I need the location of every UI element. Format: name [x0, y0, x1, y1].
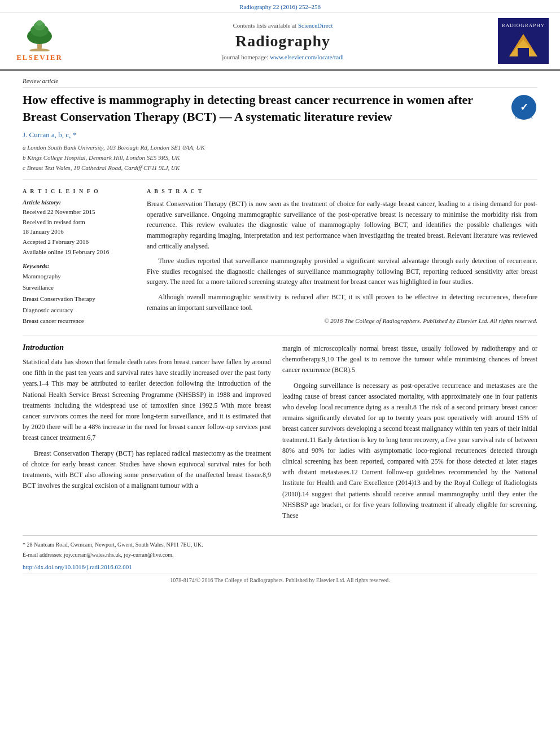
homepage-link[interactable]: www.elsevier.com/locate/radi: [270, 54, 344, 60]
affiliation-b: b Kings College Hospital, Denmark Hill, …: [23, 153, 537, 163]
article-title: How effective is mammography in detectin…: [23, 91, 502, 125]
keywords-title: Keywords:: [23, 263, 135, 269]
abstract-para-1: Three studies reported that surveillance…: [147, 256, 537, 287]
abstract-para-2: Although overall mammographic sensitivit…: [147, 292, 537, 313]
journal-homepage-line: journal homepage: www.elsevier.com/locat…: [222, 54, 344, 60]
bottom-copyright: 1078-8174/© 2016 The College of Radiogra…: [23, 574, 537, 583]
intro-right-para-1: Ongoing surveillance is necessary as pos…: [282, 381, 537, 521]
history-line-2: 18 January 2016: [23, 227, 135, 237]
article-type-label: Review article: [23, 77, 537, 88]
keyword-4: Breast cancer recurrence: [23, 316, 135, 327]
abstract-copyright: © 2016 The College of Radiographers. Pub…: [147, 317, 537, 324]
svg-point-1: [29, 49, 50, 51]
footnote-address: * 28 Nantcam Road, Cwmcam, Newport, Gwen…: [23, 540, 537, 549]
doi-link[interactable]: http://dx.doi.org/10.1016/j.radi.2016.02…: [23, 563, 537, 570]
footnote-section: * 28 Nantcam Road, Cwmcam, Newport, Gwen…: [23, 535, 537, 559]
abstract-text: Breast Conservation Therapy (BCT) is now…: [147, 199, 537, 313]
introduction-section: Introduction Statistical data has shown …: [23, 343, 537, 527]
author-affiliations: a London South Bank University, 103 Boro…: [23, 143, 537, 180]
introduction-left: Introduction Statistical data has shown …: [23, 343, 271, 527]
abstract-para-0: Breast Conservation Therapy (BCT) is now…: [147, 199, 537, 251]
footnote-emails: E-mail addresses: joy.curran@wales.nhs.u…: [23, 551, 537, 559]
abstract-section-head: A B S T R A C T: [147, 188, 537, 194]
keyword-0: Mammography: [23, 271, 135, 282]
article-info-col: A R T I C L E I N F O Article history: R…: [23, 188, 135, 327]
article-title-row: How effective is mammography in detectin…: [23, 91, 537, 125]
citation-text: Radiography 22 (2016) 252–256: [239, 3, 321, 10]
article-history-text: Received 22 November 2015 Received in re…: [23, 207, 135, 257]
history-line-4: Available online 19 February 2016: [23, 247, 135, 257]
history-line-3: Accepted 2 February 2016: [23, 237, 135, 247]
keyword-3: Diagnostic accuracy: [23, 305, 135, 316]
history-line-1: Received in revised form: [23, 217, 135, 228]
keyword-1: Surveillance: [23, 282, 135, 294]
email-label: E-mail addresses:: [23, 552, 63, 558]
radiography-logo: radiography: [498, 18, 549, 64]
introduction-left-text: Statistical data has shown that female d…: [23, 357, 271, 491]
elsevier-tree-icon: [17, 20, 62, 51]
email-addresses: joy.curran@wales.nhs.uk, joy-curran@live…: [64, 552, 173, 558]
svg-point-5: [36, 20, 43, 26]
history-line-0: Received 22 November 2015: [23, 207, 135, 217]
svg-text:✓: ✓: [520, 102, 528, 113]
article-history-title: Article history:: [23, 199, 135, 206]
journal-header: ELSEVIER Contents lists available at Sci…: [0, 12, 560, 71]
article-info-section-head: A R T I C L E I N F O: [23, 188, 135, 194]
introduction-title: Introduction: [23, 343, 271, 352]
elsevier-label: ELSEVIER: [16, 53, 63, 62]
radiography-logo-icon: [506, 31, 540, 59]
intro-right-para-0: margin of microscopically normal breast …: [282, 343, 537, 376]
intro-left-para-0: Statistical data has shown that female d…: [23, 357, 271, 444]
journal-header-center: Contents lists available at ScienceDirec…: [73, 18, 492, 64]
article-info-abstract: A R T I C L E I N F O Article history: R…: [23, 188, 537, 335]
abstract-col: A B S T R A C T Breast Conservation Ther…: [147, 188, 537, 327]
intro-left-para-1: Breast Conservation Therapy (BCT) has re…: [23, 448, 271, 492]
elsevier-logo: ELSEVIER: [11, 18, 68, 64]
affiliation-a: a London South Bank University, 103 Boro…: [23, 143, 537, 153]
introduction-right-text: margin of microscopically normal breast …: [282, 343, 537, 521]
keyword-2: Breast Conservation Therapy: [23, 294, 135, 305]
citation-bar: Radiography 22 (2016) 252–256: [0, 0, 560, 12]
crossmark-icon: ✓ CrossMark: [510, 94, 537, 121]
radiography-logo-text: radiography: [502, 23, 545, 28]
affiliation-c: c Breast Test Wales, 18 Cathedral Road, …: [23, 163, 537, 173]
svg-rect-8: [518, 48, 529, 56]
introduction-right: margin of microscopically normal breast …: [282, 343, 537, 527]
science-direct-line: Contents lists available at ScienceDirec…: [233, 22, 333, 29]
journal-title: Radiography: [235, 32, 330, 50]
main-content: Review article How effective is mammogra…: [0, 71, 560, 595]
article-authors: J. Curran a, b, c, *: [23, 130, 537, 139]
sciencedirect-link[interactable]: ScienceDirect: [298, 22, 333, 29]
keywords-list: Mammography Surveillance Breast Conserva…: [23, 271, 135, 327]
svg-text:CrossMark: CrossMark: [515, 115, 533, 120]
